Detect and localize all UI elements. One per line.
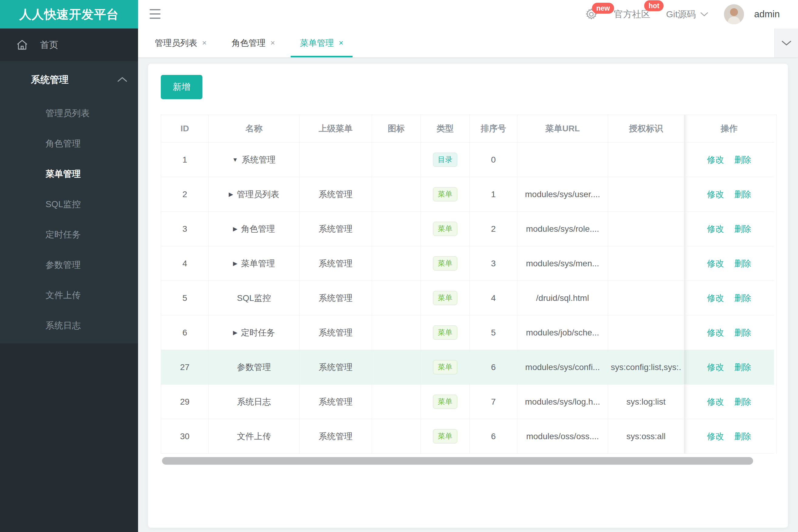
delete-link[interactable]: 删除 <box>734 327 751 339</box>
cell-url: modules/oss/oss.... <box>517 419 608 454</box>
table-row[interactable]: 27 参数管理 系统管理 菜单 6 modules/sys/confi... s… <box>161 350 777 385</box>
community-link[interactable]: 官方社区 hot <box>614 8 650 21</box>
edit-link[interactable]: 修改 <box>707 327 724 339</box>
col-header-parent: 上级菜单 <box>299 115 372 142</box>
cell-ops: 修改 删除 <box>684 350 774 385</box>
table-row[interactable]: 5 SQL监控 系统管理 菜单 4 /druid/sql.html 修改 删除 <box>161 281 777 316</box>
hot-badge: hot <box>644 0 664 11</box>
community-label: 官方社区 <box>614 8 650 21</box>
expand-arrow-icon[interactable]: ▶ <box>233 225 238 232</box>
cell-order: 5 <box>470 316 517 350</box>
close-icon[interactable]: × <box>202 38 207 48</box>
cell-url: modules/sys/log.h... <box>517 385 608 419</box>
topbar-right: new 官方社区 hot Git源码 admin <box>585 0 780 28</box>
sidebar-item-admin-list[interactable]: 管理员列表 <box>0 98 138 129</box>
sidebar-item-scheduled-jobs[interactable]: 定时任务 <box>0 220 138 250</box>
cell-icon <box>372 212 421 246</box>
cell-type: 菜单 <box>421 212 470 246</box>
col-header-ops: 操作 <box>684 115 774 142</box>
close-icon[interactable]: × <box>339 38 343 48</box>
cell-parent: 系统管理 <box>299 212 372 246</box>
edit-link[interactable]: 修改 <box>707 189 724 200</box>
delete-link[interactable]: 删除 <box>734 154 751 166</box>
content-card: 新增 ID 名称 上级菜单 图标 类型 排序号 菜单URL 授权标识 操作 1 … <box>148 64 788 528</box>
table-row[interactable]: 4 ▶ 菜单管理 系统管理 菜单 3 modules/sys/men... 修改… <box>161 246 777 281</box>
sidebar-item-home[interactable]: 首页 <box>0 28 138 61</box>
edit-link[interactable]: 修改 <box>707 431 724 442</box>
cell-parent: 系统管理 <box>299 177 372 212</box>
delete-link[interactable]: 删除 <box>734 292 751 304</box>
col-header-url: 菜单URL <box>517 115 608 142</box>
edit-link[interactable]: 修改 <box>707 396 724 407</box>
cell-perms <box>608 142 684 177</box>
delete-link[interactable]: 删除 <box>734 189 751 200</box>
edit-link[interactable]: 修改 <box>707 154 724 166</box>
avatar[interactable] <box>724 4 744 24</box>
type-badge: 菜单 <box>433 429 457 443</box>
add-button[interactable]: 新增 <box>161 75 202 99</box>
settings-button[interactable]: new <box>585 7 598 21</box>
delete-link[interactable]: 删除 <box>734 396 751 407</box>
tab-list-dropdown[interactable] <box>774 28 798 57</box>
sidebar-home-label: 首页 <box>40 39 58 51</box>
cell-id: 1 <box>161 142 209 177</box>
table-header-row: ID 名称 上级菜单 图标 类型 排序号 菜单URL 授权标识 操作 <box>161 115 777 142</box>
cell-ops: 修改 删除 <box>684 385 774 419</box>
expand-arrow-icon[interactable]: ▼ <box>233 156 238 163</box>
sidebar-item-system-log[interactable]: 系统日志 <box>0 310 138 341</box>
table-row[interactable]: 6 ▶ 定时任务 系统管理 菜单 5 modules/job/sche... 修… <box>161 316 777 350</box>
expand-arrow-icon[interactable]: ▶ <box>229 191 233 198</box>
cell-parent <box>299 142 372 177</box>
cell-name: ▶ 定时任务 <box>209 316 299 350</box>
cell-url: modules/sys/role.... <box>517 212 608 246</box>
expand-arrow-icon[interactable]: ▶ <box>233 329 238 336</box>
cell-parent: 系统管理 <box>299 350 372 385</box>
sidebar-item-sql-monitor[interactable]: SQL监控 <box>0 189 138 220</box>
sidebar-item-file-upload[interactable]: 文件上传 <box>0 280 138 310</box>
edit-link[interactable]: 修改 <box>707 258 724 269</box>
table-row[interactable]: 2 ▶ 管理员列表 系统管理 菜单 1 modules/sys/user....… <box>161 177 777 212</box>
sidebar-item-menu-mgmt[interactable]: 菜单管理 <box>0 159 138 189</box>
menu-table: ID 名称 上级菜单 图标 类型 排序号 菜单URL 授权标识 操作 1 ▼ 系… <box>161 115 777 454</box>
sidebar-item-param-mgmt[interactable]: 参数管理 <box>0 250 138 280</box>
table-row[interactable]: 3 ▶ 角色管理 系统管理 菜单 2 modules/sys/role.... … <box>161 212 777 246</box>
type-badge: 菜单 <box>433 395 457 409</box>
col-header-type: 类型 <box>421 115 470 142</box>
app-logo: 人人快速开发平台 <box>0 0 138 28</box>
cell-url: /druid/sql.html <box>517 281 608 316</box>
scrollbar-thumb[interactable] <box>162 457 753 465</box>
delete-link[interactable]: 删除 <box>734 362 751 373</box>
sidebar-toggle-icon[interactable] <box>150 9 161 19</box>
table-row[interactable]: 30 文件上传 系统管理 菜单 6 modules/oss/oss.... sy… <box>161 419 777 454</box>
sidebar: 人人快速开发平台 首页 系统管理 管理员列表 角色管理 菜单管理 SQL监控 定… <box>0 0 138 532</box>
sidebar-menu-system: 系统管理 管理员列表 角色管理 菜单管理 SQL监控 定时任务 参数管理 文件上… <box>0 61 138 343</box>
edit-link[interactable]: 修改 <box>707 362 724 373</box>
delete-link[interactable]: 删除 <box>734 258 751 269</box>
cell-ops: 修改 删除 <box>684 316 774 350</box>
cell-icon <box>372 177 421 212</box>
git-source-menu[interactable]: Git源码 <box>666 8 708 21</box>
cell-icon <box>372 385 421 419</box>
table-row[interactable]: 1 ▼ 系统管理 目录 0 修改 删除 <box>161 142 777 177</box>
edit-link[interactable]: 修改 <box>707 223 724 235</box>
tab-admin-list[interactable]: 管理员列表 × <box>146 28 216 57</box>
username-label[interactable]: admin <box>754 9 780 20</box>
table-row[interactable]: 29 系统日志 系统管理 菜单 7 modules/sys/log.h... s… <box>161 385 777 419</box>
tab-menu-mgmt[interactable]: 菜单管理 × <box>291 28 352 57</box>
sidebar-item-role-mgmt[interactable]: 角色管理 <box>0 129 138 159</box>
delete-link[interactable]: 删除 <box>734 431 751 442</box>
sidebar-menu-system-title[interactable]: 系统管理 <box>0 61 138 98</box>
cell-parent: 系统管理 <box>299 246 372 281</box>
git-source-label: Git源码 <box>666 8 696 21</box>
delete-link[interactable]: 删除 <box>734 223 751 235</box>
cell-order: 3 <box>470 246 517 281</box>
close-icon[interactable]: × <box>270 38 275 48</box>
tab-role-mgmt[interactable]: 角色管理 × <box>222 28 284 57</box>
cell-type: 菜单 <box>421 316 470 350</box>
cell-perms: sys:oss:all <box>608 419 684 454</box>
cell-ops: 修改 删除 <box>684 177 774 212</box>
edit-link[interactable]: 修改 <box>707 292 724 304</box>
cell-perms: sys:config:list,sys:. <box>608 350 684 385</box>
cell-icon <box>372 281 421 316</box>
expand-arrow-icon[interactable]: ▶ <box>233 260 238 267</box>
